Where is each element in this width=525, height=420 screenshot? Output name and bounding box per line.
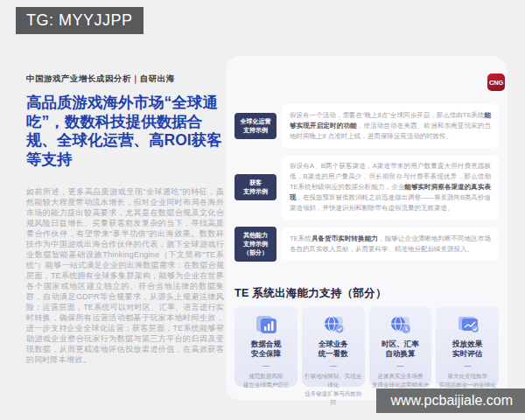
card-subtitle-line: 业务敏捷扩展与高效协同 xyxy=(304,389,362,407)
card-title-line: 投放效果 xyxy=(452,340,482,349)
plain-text: 假设有一个活动，需要在“晚上8点”全球同步开启，那么借由TE系统 xyxy=(290,111,485,119)
capability-card-subtitle: 打破地域限制、实现全球化业务敏捷扩展与高效协同 xyxy=(304,372,362,407)
globe-clock-icon xyxy=(387,313,413,336)
example-row-pill: 全球化运营支持示例 xyxy=(234,113,276,139)
capability-card-title: 时区、汇率自动换算 xyxy=(382,340,419,360)
card-title-line: 全球业务 xyxy=(318,340,348,349)
card-subtitle-line: 建立全球用户信任 xyxy=(243,381,289,389)
card-divider: — xyxy=(330,361,337,369)
pill-line: 其他能力 xyxy=(236,231,275,240)
site-watermark: www.pcbaijiale.com xyxy=(376,388,525,413)
example-row-text: 假设有A、B两个获客渠道，A渠道带来的用户数量庞大但付费意愿极低，B渠道的用户量… xyxy=(282,155,499,220)
card-subtitle-line: 还原真实业务场景 xyxy=(372,372,430,381)
plain-text: ，在投放预算被低效消耗之前迅速做出调整——将资源向B类高价值渠道倾斜，并快速识别… xyxy=(290,193,491,212)
capabilities-section-title: TE 系统出海能力支持（部分） xyxy=(234,286,387,301)
globe-check-icon xyxy=(320,313,346,336)
cng-logo-icon: CNG xyxy=(487,74,505,91)
pill-line: 全球化运营 xyxy=(236,117,275,126)
pill-line: 支持示例 xyxy=(236,240,275,248)
highlighted-text: 具备货币实时转换能力 xyxy=(312,234,378,242)
card-title-line: 自动换算 xyxy=(382,349,419,359)
trend-chart-icon xyxy=(454,313,480,336)
left-column: 中国游戏产业增长成因分析｜自研出海 高品质游戏海外市场“全球通吃”，数数科技提供… xyxy=(26,74,224,365)
pill-line: 支持示例 xyxy=(236,126,275,135)
capability-cards: 数据合规安全保障 — 规范数据风险建立全球用户信任 全球业务统一看数 — 打破地… xyxy=(234,306,499,387)
card-title-line: 时区、汇率 xyxy=(382,340,419,349)
pill-line: （部分） xyxy=(236,248,275,257)
card-title-line: 数据合规 xyxy=(251,340,281,349)
pill-line: 支持示例 xyxy=(236,187,275,196)
infographic-panel: CNG 全球化运营支持示例 假设有一个活动，需要在“晚上8点”全球同步开启，那么… xyxy=(226,56,508,401)
card-subtitle-line: 最大化变现效率 xyxy=(438,372,496,381)
card-subtitle-line: 打破地域限制、实现全球化 xyxy=(304,372,362,389)
pill-line: 获客 xyxy=(236,178,275,187)
telegram-watermark: TG: MYYJJPP xyxy=(16,7,144,34)
card-title-line: 安全保障 xyxy=(251,349,281,359)
example-row-pill: 其他能力支持示例（部分） xyxy=(234,227,276,262)
capability-card: 全球业务统一看数 — 打破地域限制、实现全球化业务敏捷扩展与高效协同 xyxy=(302,306,365,387)
article-body: 如前所述，更多高品质游戏呈现“全球通吃”的特征，虽然能较大程度带动流水增长，但对… xyxy=(26,186,224,365)
bar-chart-shield-icon xyxy=(253,313,279,336)
capability-card-title: 全球业务统一看数 xyxy=(318,340,348,360)
capability-card-title: 数据合规安全保障 xyxy=(251,340,281,360)
card-divider: — xyxy=(464,361,471,369)
card-title-line: 实时评估 xyxy=(452,349,482,359)
example-row-text: TE系统具备货币实时转换能力，能够让企业清晰地判断不同地区市场各自的真实收入贡献… xyxy=(282,228,499,261)
plain-text: TE系统 xyxy=(290,234,312,242)
capability-card: 数据合规安全保障 — 规范数据风险建立全球用户信任 xyxy=(234,306,298,387)
article-heading: 高品质游戏海外市场“全球通吃”，数数科技提供数据合规、全球化运营、高ROI获客等… xyxy=(26,94,224,169)
card-title-line: 统一看数 xyxy=(318,349,348,359)
example-rows: 全球化运营支持示例 假设有一个活动，需要在“晚上8点”全球同步开启，那么借由TE… xyxy=(234,104,499,269)
card-divider: — xyxy=(262,361,270,369)
example-row: 其他能力支持示例（部分） TE系统具备货币实时转换能力，能够让企业清晰地判断不同… xyxy=(234,227,499,262)
example-row-pill: 获客支持示例 xyxy=(234,174,276,200)
capability-card: 时区、汇率自动换算 — 还原真实业务场景支撑全球化运营精准决策 xyxy=(369,306,432,387)
card-divider: — xyxy=(396,361,403,369)
example-row-text: 假设有一个活动，需要在“晚上8点”全球同步开启，那么借由TE系统能够实现开启定时… xyxy=(282,104,499,148)
capability-card-title: 投放效果实时评估 xyxy=(452,340,482,360)
capability-card: 投放效果实时评估 — 最大化变现效率实现品效合一的全球化投放 xyxy=(436,306,499,387)
capability-card-subtitle: 规范数据风险建立全球用户信任 xyxy=(243,372,289,389)
article-eyebrow: 中国游戏产业增长成因分析｜自研出海 xyxy=(26,74,224,85)
example-row: 获客支持示例 假设有A、B两个获客渠道，A渠道带来的用户数量庞大但付费意愿极低，… xyxy=(234,155,499,220)
card-subtitle-line: 规范数据风险 xyxy=(243,372,289,381)
example-row: 全球化运营支持示例 假设有一个活动，需要在“晚上8点”全球同步开启，那么借由TE… xyxy=(234,104,499,148)
